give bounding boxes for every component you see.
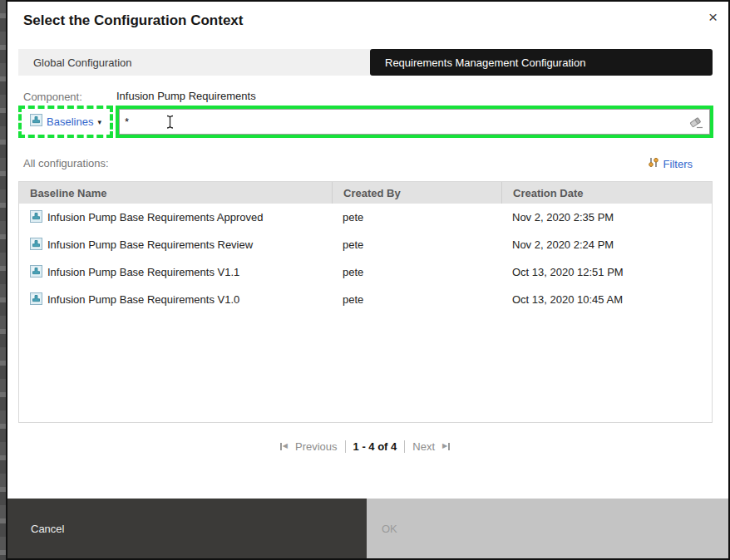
created-by: pete: [332, 204, 501, 231]
baseline-name: Infusion Pump Base Requirements V1.1: [47, 266, 239, 278]
ok-button[interactable]: OK: [367, 499, 728, 558]
baseline-icon: [30, 210, 42, 225]
search-inner: [119, 109, 710, 135]
column-header-creation-date[interactable]: Creation Date: [501, 182, 712, 204]
first-page-icon: ◀: [283, 443, 288, 449]
table-row[interactable]: Infusion Pump Base Requirements V1.1 pet…: [19, 258, 712, 286]
baseline-icon: [30, 238, 42, 253]
dialog-footer: Cancel OK: [7, 499, 728, 558]
tab-requirements-management-configuration[interactable]: Requirements Management Configuration: [370, 49, 713, 76]
configuration-tabs: Global Configuration Requirements Manage…: [18, 49, 713, 76]
first-page-bar: [280, 443, 282, 450]
search-input[interactable]: [120, 115, 709, 128]
chevron-down-icon: ▾: [97, 118, 101, 126]
cancel-button[interactable]: Cancel: [7, 499, 367, 558]
creation-date: Oct 13, 2020 10:45 AM: [501, 286, 712, 313]
baseline-name: Infusion Pump Base Requirements Approved: [47, 211, 263, 224]
baseline-icon: [30, 265, 42, 280]
column-header-baseline-name[interactable]: Baseline Name: [19, 182, 332, 204]
table-row[interactable]: Infusion Pump Base Requirements Approved…: [19, 204, 712, 231]
pagination-divider: [345, 440, 346, 453]
baseline-name: Infusion Pump Base Requirements Review: [47, 238, 253, 251]
close-icon[interactable]: ×: [708, 9, 718, 25]
created-by: pete: [332, 258, 501, 286]
dialog-title: Select the Configuration Context: [23, 12, 243, 29]
baseline-name: Infusion Pump Base Requirements V1.0: [47, 293, 239, 306]
baselines-dropdown[interactable]: Baselines ▾: [18, 106, 113, 138]
created-by: pete: [332, 231, 501, 258]
ok-button-label: OK: [382, 523, 397, 535]
creation-date: Nov 2, 2020 2:35 PM: [501, 204, 712, 231]
table-row[interactable]: Infusion Pump Base Requirements V1.0 pet…: [19, 286, 712, 313]
baselines-dropdown-label: Baselines: [47, 115, 93, 128]
filters-link[interactable]: Filters: [648, 156, 693, 172]
pagination: ◀ Previous 1 - 4 of 4 Next ▶: [0, 438, 730, 454]
pagination-range: 1 - 4 of 4: [353, 440, 397, 453]
last-page-icon: ▶: [442, 443, 447, 449]
table-header-row: Baseline Name Created By Creation Date: [19, 182, 712, 204]
baseline-icon: [30, 114, 42, 130]
created-by: pete: [332, 286, 501, 313]
previous-page-button[interactable]: Previous: [295, 440, 338, 453]
tab-rm-configuration-label: Requirements Management Configuration: [385, 56, 585, 69]
creation-date: Nov 2, 2020 2:24 PM: [501, 231, 712, 258]
next-page-button[interactable]: Next: [412, 440, 435, 453]
tab-global-configuration[interactable]: Global Configuration: [18, 49, 370, 76]
column-header-created-by[interactable]: Created By: [332, 182, 501, 204]
cancel-button-label: Cancel: [31, 523, 64, 535]
component-value: Infusion Pump Requirements: [116, 90, 256, 102]
component-label: Component:: [23, 91, 82, 103]
first-page-button[interactable]: ◀: [280, 443, 288, 450]
clear-filter-eraser-icon[interactable]: [688, 115, 703, 132]
baseline-icon: [30, 292, 42, 307]
configuration-search-box: [116, 106, 713, 138]
window-edge-strip: [0, 0, 6, 560]
creation-date: Oct 13, 2020 12:51 PM: [501, 258, 712, 286]
last-page-button[interactable]: ▶: [442, 443, 450, 450]
configurations-table: Baseline Name Created By Creation Date I…: [18, 181, 713, 423]
filters-icon: [648, 156, 659, 172]
all-configurations-label: All configurations:: [23, 157, 109, 169]
last-page-bar: [448, 443, 450, 450]
filters-link-label: Filters: [663, 158, 693, 170]
table-row[interactable]: Infusion Pump Base Requirements Review p…: [19, 231, 712, 258]
configuration-context-dialog: Select the Configuration Context × Globa…: [0, 0, 730, 560]
tab-global-configuration-label: Global Configuration: [33, 56, 132, 69]
pagination-divider: [404, 440, 405, 453]
